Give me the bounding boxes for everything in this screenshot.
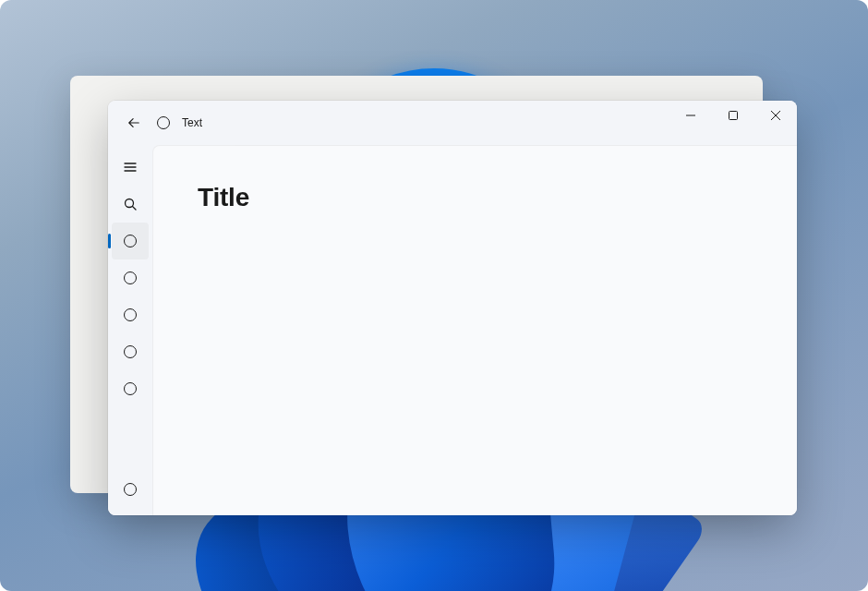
circle-icon (157, 116, 170, 129)
svg-rect-1 (729, 112, 738, 120)
maximize-icon (729, 111, 738, 120)
navigation-pane (108, 145, 152, 515)
app-window: Text (108, 101, 797, 515)
nav-item-4[interactable] (112, 333, 149, 370)
page-title: Title (198, 183, 753, 212)
minimize-icon (686, 111, 695, 120)
nav-item-2[interactable] (112, 259, 149, 296)
close-icon (771, 111, 780, 120)
circle-icon (124, 345, 137, 358)
hamburger-icon (123, 160, 138, 175)
circle-icon (124, 382, 137, 395)
nav-item-3[interactable] (112, 296, 149, 333)
app-icon (156, 115, 171, 130)
maximize-button[interactable] (712, 101, 754, 130)
titlebar[interactable]: Text (108, 101, 797, 145)
nav-search-button[interactable] (112, 186, 149, 223)
circle-icon (124, 483, 137, 496)
circle-icon (124, 271, 137, 284)
content-area: Title (152, 145, 797, 515)
arrow-left-icon (127, 116, 140, 129)
nav-toggle-button[interactable] (112, 149, 149, 186)
back-button[interactable] (115, 106, 152, 139)
caption-buttons (669, 101, 797, 130)
window-title: Text (182, 116, 202, 129)
minimize-button[interactable] (669, 101, 712, 130)
search-icon (123, 197, 138, 211)
nav-footer-item[interactable] (112, 471, 149, 508)
nav-item-1[interactable] (112, 223, 149, 259)
nav-item-5[interactable] (112, 370, 149, 407)
svg-line-8 (133, 207, 137, 211)
circle-icon (124, 235, 137, 247)
circle-icon (124, 308, 137, 321)
close-button[interactable] (754, 101, 797, 130)
